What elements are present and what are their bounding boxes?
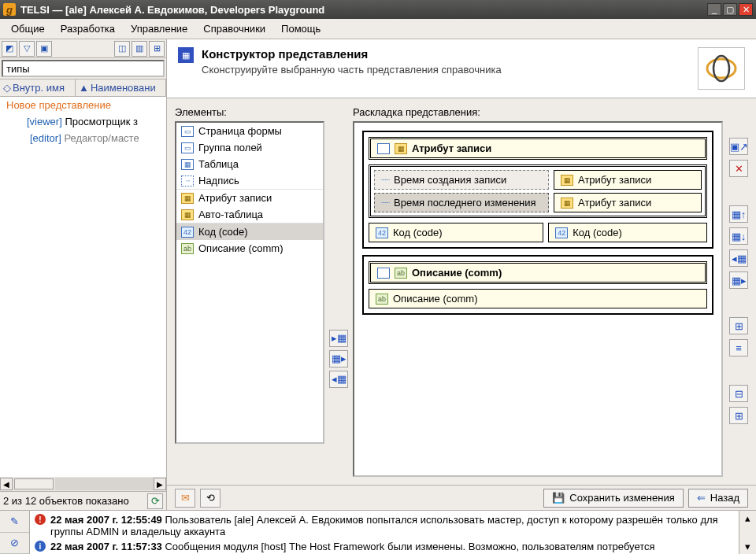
number-icon: 42 (376, 227, 388, 238)
left-hscrollbar[interactable]: ◀ ▶ (0, 477, 166, 491)
formheader-comm[interactable]: ab Описание (comm) (369, 261, 707, 284)
side-toolbar: ▣↗ ✕ ▦↑ ▦↓ ◂▦ ▦▸ ⊞ ≡ ⊟ ⊞ (728, 106, 748, 477)
colhead-name[interactable]: ▲Наименовани (76, 79, 166, 96)
log-pane: ✎ ⊘ ! 22 мая 2007 г. 12:55:49 Пользовате… (0, 510, 756, 554)
number-icon: 42 (181, 227, 194, 238)
move-up-button[interactable]: ▦↑ (729, 205, 748, 223)
status-text: 2 из 12 объектов показано (3, 495, 129, 507)
maximize-button[interactable]: ▢ (723, 3, 737, 16)
grid-button-4[interactable]: ⊞ (729, 407, 748, 424)
add-before-button[interactable]: ◂▦ (329, 371, 348, 388)
page-icon (377, 268, 390, 279)
cell-modified-time[interactable]: ┈┈Время последнего изменения (374, 193, 549, 212)
elem-group[interactable]: ▭Группа полей (176, 139, 323, 156)
error-icon: ! (35, 514, 46, 525)
form-page-attr[interactable]: ▦ Атрибут записи ┈┈Время создания записи… (362, 131, 713, 249)
table-icon: ▦ (181, 159, 194, 170)
footer-bar: ✉ ⟲ 💾Сохранить изменения ⇐Назад (167, 485, 756, 510)
log-button[interactable]: ⟲ (200, 489, 220, 508)
list-viewer-row[interactable]: [viewer] Просмотрщик з (0, 113, 166, 130)
elem-comm[interactable]: abОписание (comm) (176, 240, 323, 257)
chat-button[interactable]: ✉ (175, 489, 195, 508)
move-left-button[interactable]: ◂▦ (729, 249, 748, 267)
save-icon: 💾 (552, 492, 565, 504)
attr-icon: ▦ (561, 198, 573, 209)
left-toolbar: ◩ ▽ ▣ ◫ ▥ ⊞ (0, 39, 166, 58)
cell-code-2[interactable]: 42Код (code) (548, 223, 707, 242)
elem-page[interactable]: ▭Страница формы (176, 123, 323, 139)
elem-attr[interactable]: ▦Атрибут записи (176, 190, 323, 206)
elem-table[interactable]: ▦Таблица (176, 156, 323, 172)
layout-canvas[interactable]: ▦ Атрибут записи ┈┈Время создания записи… (353, 121, 723, 477)
back-button[interactable]: ⇐Назад (688, 489, 748, 508)
page-icon (377, 143, 390, 154)
cell-comm-1[interactable]: abОписание (comm) (369, 289, 707, 308)
scroll-down-icon[interactable]: ▾ (745, 541, 750, 552)
form-page-comm[interactable]: ab Описание (comm) abОписание (comm) (362, 255, 713, 315)
text-icon: ab (376, 294, 388, 305)
log-scrollbar[interactable]: ▴ ▾ (739, 511, 756, 554)
cell-attr-2[interactable]: ▦Атрибут записи (554, 193, 702, 212)
label-icon: ┈ (181, 175, 194, 187)
log-row[interactable]: ! 22 мая 2007 г. 12:55:49 Пользователь [… (35, 512, 734, 539)
page-title: Конструктор представления (202, 47, 690, 61)
elem-autotable[interactable]: ▦Авто-таблица (176, 206, 323, 223)
delete-button[interactable]: ✕ (729, 160, 748, 177)
save-button[interactable]: 💾Сохранить изменения (543, 489, 684, 508)
mid-buttons: ▸▦ ▦▸ ◂▦ (329, 106, 348, 477)
left-pane: ◩ ▽ ▣ ◫ ▥ ⊞ ◇Внутр. имя ▲Наименовани Нов… (0, 39, 167, 510)
right-pane: ▦ Конструктор представления Сконструируй… (167, 39, 756, 510)
text-icon: ab (395, 268, 407, 279)
svg-point-0 (707, 59, 736, 78)
add-into-button[interactable]: ▦▸ (329, 350, 348, 367)
layout-button-3[interactable]: ⊞ (149, 41, 165, 57)
log-side-toolbar: ✎ ⊘ (0, 511, 30, 554)
close-button[interactable]: ✕ (739, 3, 753, 16)
list-new-view[interactable]: Новое представление (0, 97, 166, 113)
elem-label[interactable]: ┈Надпись (176, 172, 323, 190)
menu-management[interactable]: Управление (123, 20, 195, 38)
field-group-1[interactable]: ┈┈Время создания записи ▦Атрибут записи … (369, 164, 707, 218)
refresh-button[interactable]: ⟳ (147, 493, 163, 509)
minimize-button[interactable]: _ (707, 3, 721, 16)
menu-help[interactable]: Помощь (273, 20, 328, 38)
log-row[interactable]: i 22 мая 2007 г. 11:57:33 Сообщения моду… (35, 539, 734, 554)
dots-icon: ┈┈ (381, 175, 389, 184)
scroll-thumb[interactable] (14, 478, 54, 489)
formheader-attr[interactable]: ▦ Атрибут записи (369, 137, 707, 160)
list-editor-row[interactable]: [editor] Редактор/масте (0, 130, 166, 146)
left-status: 2 из 12 объектов показано ⟳ (0, 491, 166, 510)
grid-button-3[interactable]: ⊟ (729, 385, 748, 402)
filter-button-3[interactable]: ▣ (36, 41, 52, 57)
menu-general[interactable]: Общие (3, 20, 53, 38)
menu-references[interactable]: Справочники (195, 20, 273, 38)
cell-attr-1[interactable]: ▦Атрибут записи (554, 170, 702, 190)
menu-development[interactable]: Разработка (53, 20, 123, 38)
page-icon: ▭ (181, 126, 194, 137)
attr-icon: ▦ (561, 175, 573, 186)
scroll-right-icon[interactable]: ▶ (154, 478, 166, 490)
move-right-button[interactable]: ▦▸ (729, 271, 748, 289)
colhead-internal-name[interactable]: ◇Внутр. имя (0, 79, 76, 96)
add-right-button[interactable]: ▸▦ (329, 330, 348, 347)
layout-button-2[interactable]: ▥ (132, 41, 147, 57)
elem-code[interactable]: 42Код (code) (176, 223, 323, 240)
number-icon: 42 (555, 227, 568, 238)
filter-button-1[interactable]: ◩ (2, 41, 17, 57)
log-body: ! 22 мая 2007 г. 12:55:49 Пользователь [… (30, 511, 739, 554)
cell-created-time[interactable]: ┈┈Время создания записи (374, 170, 549, 190)
grid-button-1[interactable]: ⊞ (729, 317, 748, 334)
scroll-up-icon[interactable]: ▴ (745, 512, 750, 524)
log-clear-button[interactable]: ⊘ (0, 533, 29, 555)
attr-icon: ▦ (395, 143, 407, 154)
grid-button-2[interactable]: ≡ (729, 339, 748, 356)
filter-button-2[interactable]: ▽ (19, 41, 35, 57)
log-edit-button[interactable]: ✎ (0, 511, 29, 533)
search-input[interactable] (2, 60, 165, 77)
scroll-left-icon[interactable]: ◀ (0, 478, 13, 490)
page-description: Сконструируйте выбранную часть представл… (202, 64, 690, 76)
move-down-button[interactable]: ▦↓ (729, 227, 748, 245)
layout-button-1[interactable]: ◫ (114, 41, 130, 57)
cell-code-1[interactable]: 42Код (code) (369, 223, 543, 242)
props-button[interactable]: ▣↗ (729, 138, 748, 155)
